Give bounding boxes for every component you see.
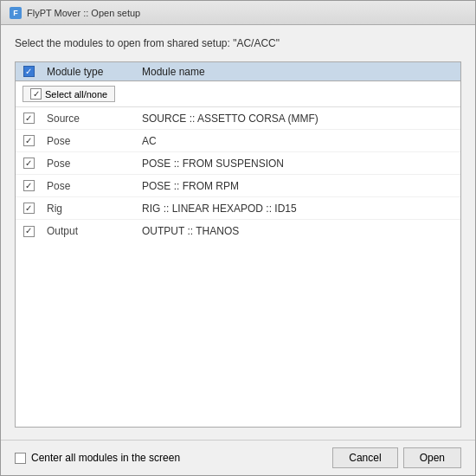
header-checkbox[interactable] — [23, 66, 35, 77]
open-button[interactable]: Open — [403, 447, 461, 468]
bottom-bar: Center all modules in the screen Cancel … — [1, 440, 475, 475]
row-module-name: SOURCE :: ASSETTO CORSA (MMF) — [137, 111, 460, 126]
table-row: RigRIG :: LINEAR HEXAPOD :: ID15 — [16, 197, 460, 220]
row-module-type: Pose — [42, 156, 137, 171]
row-module-type: Output — [42, 223, 137, 239]
center-checkbox-row: Center all modules in the screen — [15, 452, 180, 464]
row-module-name: OUTPUT :: THANOS — [137, 223, 460, 239]
table-rows-container: SourceSOURCE :: ASSETTO CORSA (MMF)PoseA… — [16, 107, 460, 242]
table-header: Module type Module name — [16, 62, 460, 81]
row-checkbox-cell — [16, 226, 42, 237]
titlebar: F FlyPT Mover :: Open setup — [1, 1, 475, 25]
select-all-button[interactable]: Select all/none — [23, 86, 115, 102]
main-window: F FlyPT Mover :: Open setup Select the m… — [0, 0, 476, 476]
header-checkbox-cell — [16, 66, 42, 77]
row-checkbox-3[interactable] — [23, 180, 35, 191]
select-all-checkbox — [30, 88, 42, 100]
module-name-header: Module name — [137, 64, 460, 80]
modules-table: Module type Module name Select all/none … — [15, 61, 461, 428]
description-text: Select the modules to open from shared s… — [15, 37, 461, 49]
table-row: OutputOUTPUT :: THANOS — [16, 220, 460, 242]
cancel-button[interactable]: Cancel — [332, 447, 397, 468]
center-checkbox[interactable] — [15, 453, 26, 464]
module-type-header: Module type — [42, 64, 137, 80]
center-label: Center all modules in the screen — [31, 452, 180, 464]
row-module-type: Pose — [42, 133, 137, 149]
app-icon: F — [10, 7, 22, 19]
row-checkbox-cell — [16, 113, 42, 124]
row-module-name: RIG :: LINEAR HEXAPOD :: ID15 — [137, 201, 460, 216]
table-row: PosePOSE :: FROM RPM — [16, 175, 460, 197]
row-module-name: POSE :: FROM RPM — [137, 178, 460, 194]
row-module-name: AC — [137, 133, 460, 149]
row-checkbox-5[interactable] — [23, 226, 35, 237]
row-checkbox-cell — [16, 203, 42, 214]
table-row: SourceSOURCE :: ASSETTO CORSA (MMF) — [16, 107, 460, 130]
dialog-content: Select the modules to open from shared s… — [1, 25, 475, 440]
row-checkbox-cell — [16, 135, 42, 146]
row-module-type: Pose — [42, 178, 137, 194]
row-checkbox-0[interactable] — [23, 113, 35, 124]
row-checkbox-1[interactable] — [23, 135, 35, 146]
row-checkbox-cell — [16, 180, 42, 191]
dialog-buttons: Cancel Open — [332, 447, 461, 468]
row-module-name: POSE :: FROM SUSPENSION — [137, 156, 460, 171]
row-checkbox-4[interactable] — [23, 203, 35, 214]
row-checkbox-2[interactable] — [23, 158, 35, 169]
window-title: FlyPT Mover :: Open setup — [27, 8, 140, 18]
table-row: PosePOSE :: FROM SUSPENSION — [16, 152, 460, 175]
row-module-type: Source — [42, 111, 137, 126]
row-module-type: Rig — [42, 201, 137, 216]
table-row: PoseAC — [16, 130, 460, 152]
select-all-label: Select all/none — [45, 89, 107, 100]
row-checkbox-cell — [16, 158, 42, 169]
select-all-row: Select all/none — [16, 81, 460, 107]
